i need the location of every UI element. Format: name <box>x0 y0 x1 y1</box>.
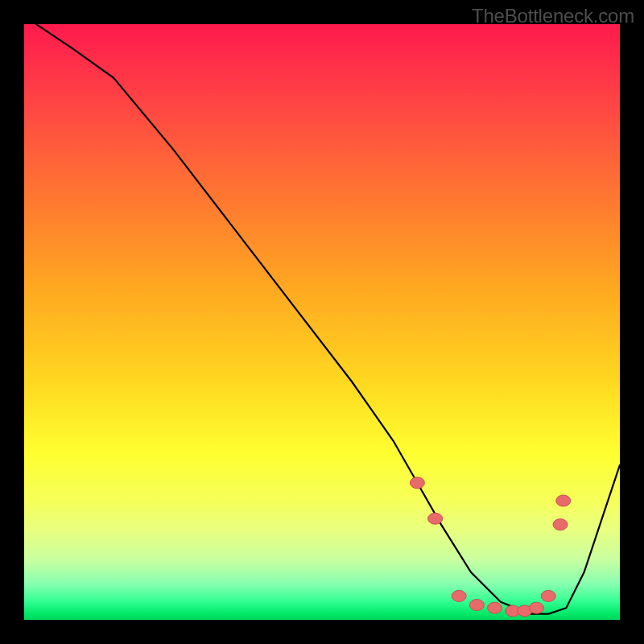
marker-dot <box>529 602 543 613</box>
plot-area <box>24 24 620 620</box>
marker-dot <box>553 519 568 530</box>
bottleneck-curve <box>24 24 620 614</box>
chart-frame: TheBottleneck.com <box>0 0 644 644</box>
marker-dot <box>541 590 555 601</box>
curve-svg <box>24 24 620 620</box>
marker-dot <box>410 477 424 489</box>
marker-group <box>410 477 570 617</box>
marker-dot <box>452 590 466 601</box>
marker-dot <box>469 600 484 611</box>
marker-dot <box>428 513 443 524</box>
marker-dot <box>556 495 571 506</box>
marker-dot <box>488 602 502 613</box>
